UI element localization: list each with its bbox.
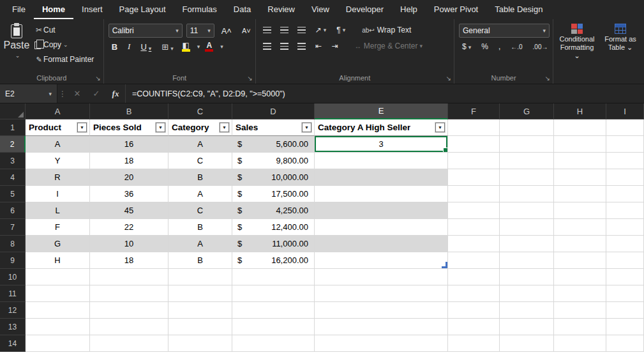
- cell-H10[interactable]: [554, 269, 606, 285]
- tab-file[interactable]: File: [4, 0, 34, 19]
- cell-A5[interactable]: I: [26, 186, 90, 202]
- cell-A11[interactable]: [26, 285, 90, 302]
- cell-B11[interactable]: [90, 285, 168, 302]
- cell-C3[interactable]: C: [168, 153, 232, 169]
- cell-H4[interactable]: [554, 169, 606, 186]
- cell-F14[interactable]: [448, 335, 500, 352]
- cell-G11[interactable]: [500, 285, 554, 302]
- cell-D4[interactable]: $10,000.00: [232, 169, 315, 186]
- cell-C7[interactable]: B: [168, 219, 232, 236]
- cell-B5[interactable]: 36: [90, 186, 168, 202]
- row-header-13[interactable]: 13: [0, 319, 26, 335]
- cell-G5[interactable]: [500, 186, 554, 202]
- filter-button-A[interactable]: ▼: [77, 123, 87, 132]
- font-name-combo[interactable]: Calibri ▾: [109, 24, 183, 38]
- cell-C8[interactable]: A: [168, 236, 232, 252]
- align-top-button[interactable]: [260, 25, 274, 36]
- cell-E12[interactable]: [315, 302, 448, 319]
- cell-B14[interactable]: [90, 335, 168, 352]
- italic-button[interactable]: I: [124, 41, 133, 52]
- cancel-button[interactable]: ✕: [68, 84, 87, 103]
- tab-help[interactable]: Help: [392, 0, 426, 19]
- row-header-14[interactable]: 14: [0, 335, 26, 352]
- cell-D11[interactable]: [232, 285, 315, 302]
- name-box[interactable]: E2 ▾: [0, 84, 57, 103]
- increase-indent-button[interactable]: ⇥: [329, 40, 341, 52]
- cell-C14[interactable]: [168, 335, 232, 352]
- borders-button[interactable]: ⊞▾: [158, 42, 176, 52]
- cell-G1[interactable]: [500, 119, 554, 136]
- percent-style-button[interactable]: %: [478, 41, 491, 52]
- column-header-A[interactable]: A: [26, 103, 90, 119]
- row-header-11[interactable]: 11: [0, 285, 26, 302]
- cell-E5[interactable]: [315, 186, 448, 202]
- cell-G9[interactable]: [500, 252, 554, 269]
- cell-E6[interactable]: [315, 202, 448, 219]
- cell-I2[interactable]: [606, 136, 644, 153]
- cell-G12[interactable]: [500, 302, 554, 319]
- cell-C6[interactable]: C: [168, 202, 232, 219]
- align-bottom-button[interactable]: [295, 25, 308, 36]
- cell-I11[interactable]: [606, 285, 644, 302]
- column-header-B[interactable]: B: [90, 103, 168, 119]
- tab-formulas[interactable]: Formulas: [174, 0, 225, 19]
- row-header-2[interactable]: 2: [0, 136, 26, 153]
- cell-I10[interactable]: [606, 269, 644, 285]
- font-color-button[interactable]: A: [204, 42, 214, 52]
- column-header-H[interactable]: H: [554, 103, 606, 119]
- cell-I1[interactable]: [606, 119, 644, 136]
- align-left-button[interactable]: [260, 41, 274, 52]
- cell-H2[interactable]: [554, 136, 606, 153]
- cell-H6[interactable]: [554, 202, 606, 219]
- cell-A14[interactable]: [26, 335, 90, 352]
- comma-style-button[interactable]: ,: [495, 41, 504, 52]
- cell-A7[interactable]: F: [26, 219, 90, 236]
- cell-I14[interactable]: [606, 335, 644, 352]
- cell-E11[interactable]: [315, 285, 448, 302]
- increase-decimal-button[interactable]: ←.0: [507, 42, 525, 52]
- cell-H11[interactable]: [554, 285, 606, 302]
- cell-D10[interactable]: [232, 269, 315, 285]
- cell-B9[interactable]: 18: [90, 252, 168, 269]
- paste-button[interactable]: Paste ⌄: [2, 21, 31, 62]
- cell-C1[interactable]: Category▼: [168, 119, 232, 136]
- cell-D5[interactable]: $17,500.00: [232, 186, 315, 202]
- cell-B4[interactable]: 20: [90, 169, 168, 186]
- cut-button[interactable]: ✂ Cut: [31, 24, 97, 36]
- decrease-indent-button[interactable]: ⇤: [312, 40, 325, 52]
- cell-A8[interactable]: G: [26, 236, 90, 252]
- cell-G2[interactable]: [500, 136, 554, 153]
- cell-H5[interactable]: [554, 186, 606, 202]
- cell-H7[interactable]: [554, 219, 606, 236]
- cell-F10[interactable]: [448, 269, 500, 285]
- cell-H1[interactable]: [554, 119, 606, 136]
- cell-E13[interactable]: [315, 319, 448, 335]
- copy-button[interactable]: Copy ⌄: [31, 38, 97, 51]
- filter-button-D[interactable]: ▼: [302, 123, 311, 132]
- row-header-5[interactable]: 5: [0, 186, 26, 202]
- number-format-combo[interactable]: General ▾: [459, 24, 550, 38]
- cell-D6[interactable]: $4,250.00: [232, 202, 315, 219]
- cell-B12[interactable]: [90, 302, 168, 319]
- cell-I8[interactable]: [606, 236, 644, 252]
- cell-B1[interactable]: Pieces Sold▼: [90, 119, 168, 136]
- tab-insert[interactable]: Insert: [73, 0, 111, 19]
- number-dialog-launcher-icon[interactable]: ↘: [545, 75, 550, 82]
- cell-C4[interactable]: B: [168, 169, 232, 186]
- format-painter-button[interactable]: ✎ Format Painter: [31, 53, 97, 66]
- cell-I9[interactable]: [606, 252, 644, 269]
- filter-button-B[interactable]: ▼: [156, 123, 165, 132]
- tab-developer[interactable]: Developer: [338, 0, 392, 19]
- cell-C13[interactable]: [168, 319, 232, 335]
- cell-C12[interactable]: [168, 302, 232, 319]
- reading-order-button[interactable]: ¶▾: [333, 24, 348, 36]
- cell-C5[interactable]: A: [168, 186, 232, 202]
- tab-table-design[interactable]: Table Design: [486, 0, 551, 19]
- clipboard-dialog-launcher-icon[interactable]: ↘: [95, 75, 100, 82]
- cell-F4[interactable]: [448, 169, 500, 186]
- underline-button[interactable]: U▾: [137, 42, 154, 52]
- orientation-button[interactable]: ↗▾: [312, 24, 330, 36]
- format-as-table-button[interactable]: Format as Table ⌄: [599, 21, 642, 54]
- cell-H9[interactable]: [554, 252, 606, 269]
- cell-B8[interactable]: 10: [90, 236, 168, 252]
